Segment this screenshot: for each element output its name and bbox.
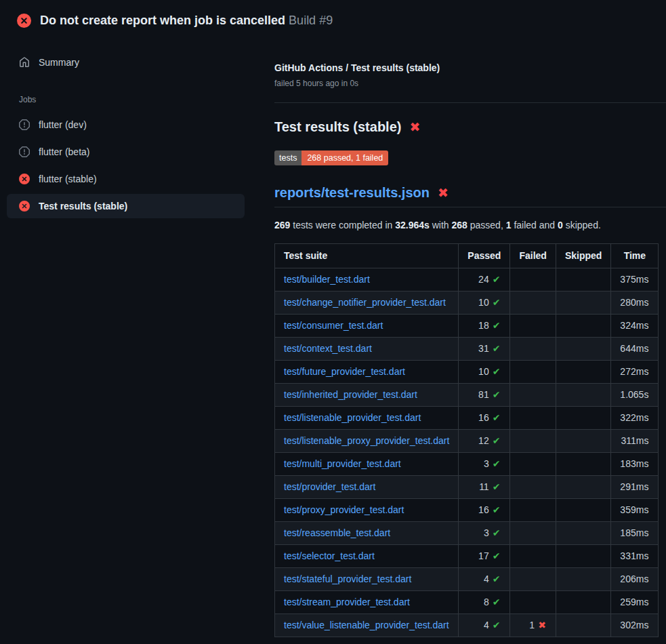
table-row: test/multi_provider_test.dart 3✔ 183ms	[275, 453, 659, 476]
test-suite-link[interactable]: test/consumer_test.dart	[284, 320, 383, 331]
time-cell: 375ms	[611, 268, 659, 291]
home-icon	[19, 57, 30, 68]
test-suite-cell: test/inherited_provider_test.dart	[275, 384, 459, 407]
test-suite-link[interactable]: test/proxy_provider_test.dart	[284, 504, 404, 515]
report-file-heading: reports/test-results.json ✖	[274, 184, 666, 207]
passed-cell: 8✔	[459, 591, 510, 614]
report-file-link[interactable]: reports/test-results.json	[274, 184, 430, 201]
failed-cell	[510, 453, 556, 476]
test-suite-link[interactable]: test/stateful_provider_test.dart	[284, 573, 411, 584]
table-row: test/proxy_provider_test.dart 16✔ 359ms	[275, 499, 659, 522]
passed-count: 3	[484, 527, 489, 538]
passed-count: 4	[484, 620, 489, 630]
time-cell: 206ms	[611, 568, 659, 591]
section-title-text: Test results (stable)	[274, 118, 401, 136]
skipped-cell	[556, 361, 610, 384]
failed-count: 1	[529, 620, 535, 630]
failed-cell	[510, 568, 556, 591]
test-suite-link[interactable]: test/builder_test.dart	[284, 274, 370, 285]
check-icon: ✔	[493, 320, 501, 331]
test-suite-cell: test/builder_test.dart	[275, 268, 459, 291]
skipped-cell	[556, 522, 610, 545]
failed-cell	[510, 407, 556, 430]
passed-cell: 16✔	[459, 407, 510, 430]
test-suite-link[interactable]: test/listenable_proxy_provider_test.dart	[284, 435, 449, 446]
skipped-cell	[556, 476, 610, 499]
check-icon: ✔	[493, 481, 501, 492]
passed-cell: 11✔	[459, 476, 510, 499]
test-suite-cell: test/future_provider_test.dart	[275, 361, 459, 384]
test-suite-cell: test/proxy_provider_test.dart	[275, 499, 459, 522]
table-header-row: Test suite Passed Failed Skipped Time	[275, 244, 659, 268]
failed-cell: 1✖	[510, 614, 556, 637]
summary-text: passed,	[467, 220, 506, 230]
test-suite-link[interactable]: test/value_listenable_provider_test.dart	[284, 620, 449, 630]
test-suite-link[interactable]: test/selector_test.dart	[284, 550, 375, 561]
skipped-cell	[556, 315, 610, 338]
jobs-section-label: Jobs	[7, 95, 245, 104]
test-suite-link[interactable]: test/stream_provider_test.dart	[284, 597, 410, 607]
time-cell: 359ms	[611, 499, 659, 522]
summary-skipped: 0	[558, 220, 563, 230]
passed-count: 10	[478, 366, 489, 377]
failure-icon	[17, 14, 31, 28]
table-row: test/value_listenable_provider_test.dart…	[275, 614, 659, 637]
sidebar-item-test-results-stable[interactable]: Test results (stable)	[7, 194, 245, 218]
failed-cell	[510, 291, 556, 315]
summary-total: 269	[274, 220, 290, 230]
time-cell: 322ms	[611, 407, 659, 430]
failed-x-icon: ✖	[409, 121, 420, 134]
time-cell: 183ms	[611, 453, 659, 476]
sidebar-item-flutter-stable[interactable]: flutter (stable)	[7, 167, 245, 191]
time-cell: 311ms	[611, 430, 659, 453]
passed-cell: 16✔	[459, 499, 510, 522]
passed-cell: 81✔	[459, 384, 510, 407]
tests-badge: tests 268 passed, 1 failed	[274, 150, 388, 165]
skipped-cell	[556, 384, 610, 407]
check-icon: ✔	[493, 527, 501, 538]
table-row: test/listenable_proxy_provider_test.dart…	[275, 430, 659, 453]
badge-value: 268 passed, 1 failed	[301, 150, 388, 165]
summary-failed: 1	[506, 220, 512, 230]
run-header: GitHub Actions / Test results (stable) f…	[274, 62, 666, 103]
passed-count: 24	[478, 274, 489, 285]
skipped-cell	[556, 291, 610, 315]
skipped-cell	[556, 568, 610, 591]
check-icon: ✔	[493, 412, 501, 423]
test-suite-link[interactable]: test/reassemble_test.dart	[284, 527, 390, 538]
test-suite-link[interactable]: test/change_notifier_provider_test.dart	[284, 297, 446, 308]
passed-cell: 10✔	[459, 291, 510, 315]
passed-cell: 12✔	[459, 430, 510, 453]
passed-cell: 3✔	[459, 522, 510, 545]
check-icon: ✔	[493, 435, 501, 446]
test-suite-link[interactable]: test/multi_provider_test.dart	[284, 458, 401, 469]
page-title: Do not create report when job is cancell…	[40, 12, 333, 28]
test-suite-link[interactable]: test/context_test.dart	[284, 343, 372, 354]
sidebar-item-flutter-dev[interactable]: flutter (dev)	[7, 113, 245, 137]
time-cell: 324ms	[611, 315, 659, 338]
failed-cell	[510, 476, 556, 499]
check-icon: ✔	[493, 274, 501, 285]
failed-cell	[510, 268, 556, 291]
passed-count: 31	[478, 343, 489, 354]
test-suite-cell: test/provider_test.dart	[275, 476, 459, 499]
test-suite-link[interactable]: test/future_provider_test.dart	[284, 366, 405, 377]
failed-cell	[510, 545, 556, 568]
test-suite-link[interactable]: test/provider_test.dart	[284, 481, 375, 492]
skipped-cell	[556, 407, 610, 430]
table-row: test/listenable_provider_test.dart 16✔ 3…	[275, 407, 659, 430]
skipped-cell	[556, 430, 610, 453]
test-suite-cell: test/reassemble_test.dart	[275, 522, 459, 545]
build-title: Do not create report when job is cancell…	[40, 14, 285, 27]
sidebar-item-summary[interactable]: Summary	[7, 50, 245, 75]
skipped-cell	[556, 614, 610, 637]
table-row: test/consumer_test.dart 18✔ 324ms	[275, 315, 659, 338]
summary-text: tests were completed in	[290, 220, 395, 230]
build-header: Do not create report when job is cancell…	[0, 0, 666, 38]
test-suite-cell: test/multi_provider_test.dart	[275, 453, 459, 476]
passed-count: 18	[478, 320, 489, 331]
test-suite-link[interactable]: test/inherited_provider_test.dart	[284, 389, 417, 400]
table-row: test/future_provider_test.dart 10✔ 272ms	[275, 361, 659, 384]
sidebar-item-flutter-beta[interactable]: flutter (beta)	[7, 140, 245, 164]
test-suite-link[interactable]: test/listenable_provider_test.dart	[284, 412, 421, 423]
